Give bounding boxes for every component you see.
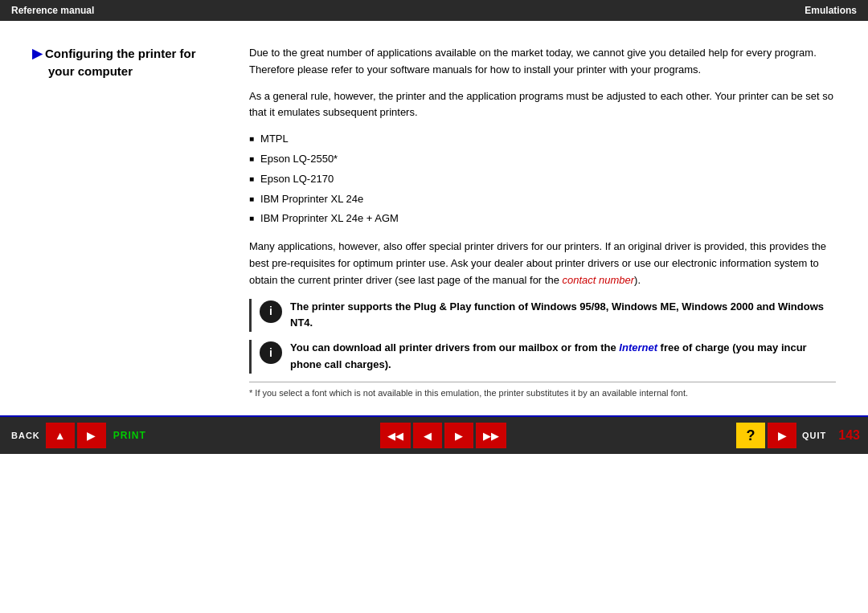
list-item: MTPL [249, 131, 836, 148]
first-page-button[interactable]: ◀◀ [380, 423, 411, 448]
info-box-1: i The printer supports the Plug & Play f… [249, 299, 836, 333]
last-page-button[interactable]: ▶▶ [476, 423, 506, 448]
help-button[interactable]: ? [736, 423, 765, 448]
section-arrow: ▶ [32, 47, 42, 60]
header-right: Emulations [805, 5, 857, 16]
list-item: Epson LQ-2170 [249, 171, 836, 188]
quit-arrow-button[interactable]: ▶ [768, 423, 796, 448]
back-label: BACK [8, 423, 43, 448]
paragraph-1: Due to the great number of applications … [249, 45, 836, 79]
print-button[interactable]: PRINT [108, 423, 151, 448]
contact-number-link[interactable]: contact number [563, 274, 635, 286]
back-up-button[interactable]: ▲ [46, 423, 75, 448]
page-number: 143 [832, 428, 860, 443]
paragraph-2: As a general rule, however, the printer … [249, 88, 836, 122]
header-left: Reference manual [11, 5, 94, 16]
left-nav-group: BACK ▲ ▶ PRINT [8, 423, 151, 448]
next-page-button[interactable]: ▶ [444, 423, 473, 448]
main-content: ▶Configuring the printer for your comput… [0, 21, 868, 415]
info-text-2: You can download all printer drivers fro… [290, 340, 836, 374]
footnote: * If you select a font which is not avai… [249, 382, 836, 399]
section-title-line1: Configuring the printer for [45, 47, 195, 60]
list-item: IBM Proprinter XL 24e + AGM [249, 210, 836, 227]
quit-label: QUIT [799, 423, 829, 448]
list-item: IBM Proprinter XL 24e [249, 191, 836, 208]
section-title: ▶Configuring the printer for your comput… [32, 45, 225, 80]
info-icon-1: i [260, 300, 282, 323]
center-nav-group: ◀◀ ◀ ▶ ▶▶ [380, 423, 506, 448]
right-nav-group: ? ▶ QUIT 143 [736, 423, 860, 448]
header-bar: Reference manual Emulations [0, 0, 868, 21]
bullet-list: MTPL Epson LQ-2550* Epson LQ-2170 IBM Pr… [249, 131, 836, 227]
section-title-line2: your computer [32, 64, 133, 78]
info-box-2: i You can download all printer drivers f… [249, 340, 836, 374]
info-text-1: The printer supports the Plug & Play fun… [290, 299, 836, 333]
left-column: ▶Configuring the printer for your comput… [32, 45, 225, 399]
internet-link[interactable]: Internet [619, 341, 657, 353]
info-icon-2: i [260, 341, 282, 364]
forward-button[interactable]: ▶ [77, 423, 106, 448]
list-item: Epson LQ-2550* [249, 151, 836, 168]
bottom-bar: BACK ▲ ▶ PRINT ◀◀ ◀ ▶ ▶▶ ? ▶ QUIT 143 [0, 417, 868, 454]
paragraph-3: Many applications, however, also offer s… [249, 239, 836, 288]
prev-page-button[interactable]: ◀ [413, 423, 442, 448]
right-column: Due to the great number of applications … [249, 45, 836, 399]
